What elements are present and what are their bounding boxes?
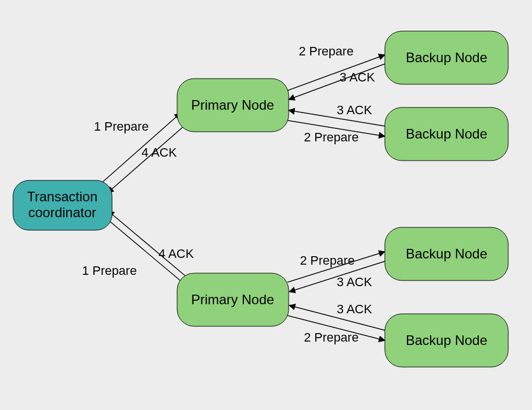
label-b1-p1-ack: 3 ACK [340, 70, 375, 84]
label-p1-b1-prepare: 2 Prepare [299, 44, 354, 58]
label-tc-p1-prepare: 1 Prepare [94, 119, 149, 133]
node-backup-3-label: Backup Node [406, 246, 487, 261]
label-p2-b4-prepare: 2 Prepare [304, 330, 359, 344]
label-tc-p2-prepare: 1 Prepare [82, 264, 137, 278]
diagram-canvas: 1 Prepare 4 ACK 1 Prepare 4 ACK 2 Prepar… [0, 0, 532, 410]
node-coordinator-label-1: Transaction [27, 189, 98, 204]
label-b3-p2-ack: 3 ACK [337, 275, 372, 289]
node-coordinator-label-2: coordinator [28, 205, 96, 220]
node-primary-2-label: Primary Node [191, 292, 274, 307]
label-b2-p1-ack: 3 ACK [337, 103, 372, 117]
label-b4-p2-ack: 3 ACK [337, 302, 372, 316]
label-p1-tc-ack: 4 ACK [141, 145, 177, 159]
node-backup-2-label: Backup Node [406, 126, 487, 141]
node-primary-1-label: Primary Node [191, 97, 274, 113]
label-p2-tc-ack: 4 ACK [158, 247, 194, 261]
node-backup-4-label: Backup Node [406, 333, 487, 348]
label-p2-b3-prepare: 2 Prepare [300, 253, 355, 267]
node-backup-1-label: Backup Node [406, 50, 487, 65]
label-p1-b2-prepare: 2 Prepare [304, 130, 359, 144]
